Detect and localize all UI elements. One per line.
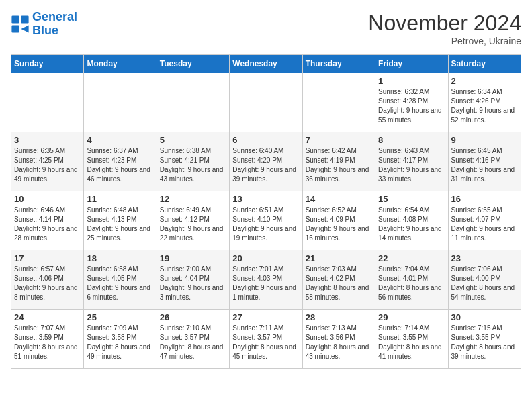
weekday-header-monday: Monday <box>84 55 157 73</box>
calendar-cell: 29Sunrise: 7:14 AM Sunset: 3:55 PM Dayli… <box>375 310 448 369</box>
day-info: Sunrise: 6:58 AM Sunset: 4:05 PM Dayligh… <box>87 265 153 302</box>
calendar-header: SundayMondayTuesdayWednesdayThursdayFrid… <box>11 55 521 73</box>
calendar-cell <box>230 73 302 132</box>
calendar-cell: 25Sunrise: 7:09 AM Sunset: 3:58 PM Dayli… <box>84 310 157 369</box>
logo-line1: General <box>32 10 77 24</box>
calendar-cell: 21Sunrise: 7:03 AM Sunset: 4:02 PM Dayli… <box>302 250 375 310</box>
day-info: Sunrise: 6:55 AM Sunset: 4:07 PM Dayligh… <box>451 205 518 243</box>
calendar-cell: 14Sunrise: 6:52 AM Sunset: 4:09 PM Dayli… <box>302 191 375 250</box>
day-number: 11 <box>87 194 153 204</box>
calendar-cell: 20Sunrise: 7:01 AM Sunset: 4:03 PM Dayli… <box>230 250 302 310</box>
day-info: Sunrise: 7:00 AM Sunset: 4:04 PM Dayligh… <box>160 265 226 302</box>
calendar-cell: 1Sunrise: 6:32 AM Sunset: 4:28 PM Daylig… <box>375 73 448 132</box>
svg-rect-0 <box>11 15 19 23</box>
day-info: Sunrise: 6:51 AM Sunset: 4:10 PM Dayligh… <box>232 205 299 243</box>
weekday-header-saturday: Saturday <box>448 55 521 73</box>
day-number: 12 <box>160 194 226 204</box>
day-number: 29 <box>378 312 445 322</box>
day-number: 2 <box>451 76 518 86</box>
calendar-cell: 22Sunrise: 7:04 AM Sunset: 4:01 PM Dayli… <box>375 250 448 310</box>
weekday-header-friday: Friday <box>375 55 448 73</box>
logo-line2: Blue <box>32 24 58 37</box>
day-info: Sunrise: 6:35 AM Sunset: 4:25 PM Dayligh… <box>14 146 81 184</box>
day-info: Sunrise: 6:45 AM Sunset: 4:16 PM Dayligh… <box>451 146 518 184</box>
day-number: 13 <box>232 194 299 204</box>
day-number: 27 <box>232 312 299 322</box>
svg-marker-3 <box>21 25 28 32</box>
day-number: 7 <box>306 135 372 145</box>
day-number: 4 <box>87 135 153 145</box>
calendar-cell: 12Sunrise: 6:49 AM Sunset: 4:12 PM Dayli… <box>157 191 229 250</box>
calendar-cell <box>302 73 375 132</box>
svg-rect-2 <box>11 25 19 32</box>
day-number: 30 <box>451 312 518 322</box>
calendar-cell: 2Sunrise: 6:34 AM Sunset: 4:26 PM Daylig… <box>448 73 521 132</box>
day-info: Sunrise: 7:10 AM Sunset: 3:57 PM Dayligh… <box>160 324 226 361</box>
day-number: 24 <box>14 312 81 322</box>
day-number: 17 <box>14 253 81 263</box>
day-info: Sunrise: 6:54 AM Sunset: 4:08 PM Dayligh… <box>378 205 445 243</box>
day-number: 1 <box>378 76 445 86</box>
calendar-cell: 11Sunrise: 6:48 AM Sunset: 4:13 PM Dayli… <box>84 191 157 250</box>
calendar-cell: 3Sunrise: 6:35 AM Sunset: 4:25 PM Daylig… <box>11 132 84 191</box>
day-info: Sunrise: 6:52 AM Sunset: 4:09 PM Dayligh… <box>306 205 372 243</box>
calendar-cell: 30Sunrise: 7:15 AM Sunset: 3:55 PM Dayli… <box>448 310 521 369</box>
day-number: 6 <box>232 135 299 145</box>
calendar-cell: 9Sunrise: 6:45 AM Sunset: 4:16 PM Daylig… <box>448 132 521 191</box>
day-number: 10 <box>14 194 81 204</box>
day-number: 22 <box>378 253 445 263</box>
day-number: 20 <box>232 253 299 263</box>
weekday-row: SundayMondayTuesdayWednesdayThursdayFrid… <box>11 55 521 73</box>
day-info: Sunrise: 7:01 AM Sunset: 4:03 PM Dayligh… <box>232 265 299 302</box>
day-info: Sunrise: 6:43 AM Sunset: 4:17 PM Dayligh… <box>378 146 445 184</box>
calendar-body: 1Sunrise: 6:32 AM Sunset: 4:28 PM Daylig… <box>11 73 521 369</box>
day-number: 3 <box>14 135 81 145</box>
day-info: Sunrise: 7:06 AM Sunset: 4:00 PM Dayligh… <box>451 265 518 302</box>
calendar-cell: 26Sunrise: 7:10 AM Sunset: 3:57 PM Dayli… <box>157 310 229 369</box>
day-number: 19 <box>160 253 226 263</box>
day-info: Sunrise: 6:49 AM Sunset: 4:12 PM Dayligh… <box>160 205 226 243</box>
day-info: Sunrise: 7:14 AM Sunset: 3:55 PM Dayligh… <box>378 324 445 361</box>
day-number: 23 <box>451 253 518 263</box>
calendar-cell: 28Sunrise: 7:13 AM Sunset: 3:56 PM Dayli… <box>302 310 375 369</box>
weekday-header-tuesday: Tuesday <box>157 55 229 73</box>
day-number: 26 <box>160 312 226 322</box>
calendar-week-4: 17Sunrise: 6:57 AM Sunset: 4:06 PM Dayli… <box>11 250 521 310</box>
day-info: Sunrise: 6:37 AM Sunset: 4:23 PM Dayligh… <box>87 146 153 184</box>
day-info: Sunrise: 7:03 AM Sunset: 4:02 PM Dayligh… <box>306 265 372 302</box>
calendar-cell: 10Sunrise: 6:46 AM Sunset: 4:14 PM Dayli… <box>11 191 84 250</box>
calendar-cell: 4Sunrise: 6:37 AM Sunset: 4:23 PM Daylig… <box>84 132 157 191</box>
calendar-cell: 17Sunrise: 6:57 AM Sunset: 4:06 PM Dayli… <box>11 250 84 310</box>
calendar-cell: 23Sunrise: 7:06 AM Sunset: 4:00 PM Dayli… <box>448 250 521 310</box>
day-info: Sunrise: 6:46 AM Sunset: 4:14 PM Dayligh… <box>14 205 81 243</box>
day-number: 15 <box>378 194 445 204</box>
day-number: 8 <box>378 135 445 145</box>
calendar-cell: 19Sunrise: 7:00 AM Sunset: 4:04 PM Dayli… <box>157 250 229 310</box>
calendar-cell: 7Sunrise: 6:42 AM Sunset: 4:19 PM Daylig… <box>302 132 375 191</box>
day-info: Sunrise: 6:34 AM Sunset: 4:26 PM Dayligh… <box>451 87 518 125</box>
day-info: Sunrise: 7:15 AM Sunset: 3:55 PM Dayligh… <box>451 324 518 361</box>
calendar-cell: 24Sunrise: 7:07 AM Sunset: 3:59 PM Dayli… <box>11 310 84 369</box>
page-header: General Blue November 2024 Petrove, Ukra… <box>11 11 521 46</box>
weekday-header-wednesday: Wednesday <box>230 55 302 73</box>
title-block: November 2024 Petrove, Ukraine <box>368 11 521 46</box>
calendar-cell <box>11 73 84 132</box>
day-number: 28 <box>306 312 372 322</box>
day-info: Sunrise: 6:40 AM Sunset: 4:20 PM Dayligh… <box>232 146 299 184</box>
day-info: Sunrise: 7:13 AM Sunset: 3:56 PM Dayligh… <box>306 324 372 361</box>
calendar-week-1: 1Sunrise: 6:32 AM Sunset: 4:28 PM Daylig… <box>11 73 521 132</box>
day-number: 5 <box>160 135 226 145</box>
calendar-cell: 15Sunrise: 6:54 AM Sunset: 4:08 PM Dayli… <box>375 191 448 250</box>
location-subtitle: Petrove, Ukraine <box>368 36 521 46</box>
calendar-table: SundayMondayTuesdayWednesdayThursdayFrid… <box>11 54 521 369</box>
day-number: 9 <box>451 135 518 145</box>
weekday-header-thursday: Thursday <box>302 55 375 73</box>
day-info: Sunrise: 6:38 AM Sunset: 4:21 PM Dayligh… <box>160 146 226 184</box>
day-info: Sunrise: 7:04 AM Sunset: 4:01 PM Dayligh… <box>378 265 445 302</box>
day-info: Sunrise: 6:32 AM Sunset: 4:28 PM Dayligh… <box>378 87 445 125</box>
day-info: Sunrise: 6:42 AM Sunset: 4:19 PM Dayligh… <box>306 146 372 184</box>
calendar-week-3: 10Sunrise: 6:46 AM Sunset: 4:14 PM Dayli… <box>11 191 521 250</box>
calendar-cell: 6Sunrise: 6:40 AM Sunset: 4:20 PM Daylig… <box>230 132 302 191</box>
calendar-cell <box>157 73 229 132</box>
logo-icon <box>11 15 30 34</box>
